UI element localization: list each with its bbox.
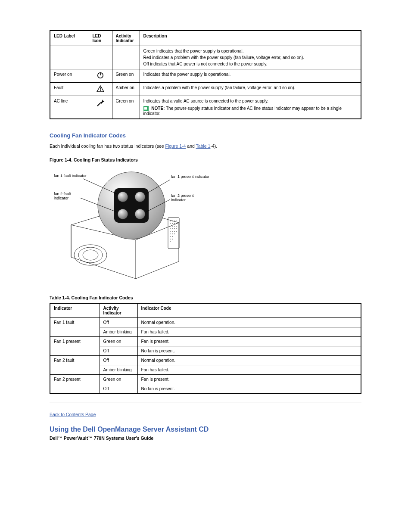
hdr-icon: LED Icon	[89, 31, 112, 46]
cell-activity: Amber on	[112, 83, 140, 96]
svg-point-18	[170, 221, 171, 221]
svg-text:fan 2 present: fan 2 present	[171, 193, 194, 198]
note-label: NOTE:	[151, 106, 165, 111]
note-row: NOTE: The power-supply status indicator …	[143, 106, 358, 116]
svg-point-15	[78, 247, 103, 263]
cell-label: Fault	[50, 83, 89, 96]
table-row: Fault Amber on Indicates a problem with …	[50, 83, 361, 96]
divider	[50, 402, 361, 402]
svg-point-33	[176, 228, 177, 229]
svg-point-50	[118, 209, 128, 219]
svg-point-19	[172, 221, 173, 221]
power-led-table: LED Label LED Icon Activity Indicator De…	[50, 30, 361, 119]
hdr-label: LED Label	[50, 31, 89, 46]
table-row: Power on Green on Indicates that the pow…	[50, 69, 361, 83]
cell-desc: Indicates a problem with the power suppl…	[140, 83, 361, 96]
svg-point-30	[170, 228, 171, 229]
svg-line-5	[97, 103, 101, 106]
svg-point-29	[176, 226, 177, 227]
svg-point-45	[170, 241, 171, 242]
svg-point-44	[172, 239, 173, 240]
svg-point-4	[100, 90, 101, 91]
svg-point-37	[176, 231, 177, 232]
hdr-activity: Activity Indicator	[112, 31, 140, 46]
svg-point-14	[74, 245, 107, 265]
back-link[interactable]: Back to Contents Page	[50, 412, 361, 417]
ac-plug-icon	[89, 96, 112, 119]
svg-point-39	[172, 233, 173, 234]
desc-line: Red indicates a problem with the power s…	[143, 55, 358, 60]
svg-point-31	[172, 228, 173, 229]
table-row: Fan 2 present Green on Fan is present.	[50, 375, 361, 384]
hdr-indicator: Indicator	[50, 303, 100, 318]
svg-point-42	[172, 236, 173, 237]
cell-label: AC line	[50, 96, 89, 119]
section-heading: Cooling Fan Indicator Codes	[50, 132, 361, 139]
cell-label: Power on	[50, 69, 89, 83]
hdr-code: Indicator Code	[137, 303, 361, 318]
svg-point-34	[170, 231, 171, 232]
svg-point-21	[176, 221, 177, 221]
svg-point-40	[174, 233, 175, 234]
note-text: The power-supply status indicator and th…	[143, 106, 342, 116]
svg-point-43	[170, 239, 171, 240]
cell-activity: Green on	[112, 69, 140, 83]
desc-line: Green indicates that the power supply is…	[143, 49, 358, 53]
table-row: AC line Green on Indicates that a valid …	[50, 96, 361, 119]
callout: fan 1 present indicator	[171, 174, 209, 179]
svg-point-48	[118, 192, 128, 202]
svg-point-32	[174, 228, 175, 229]
cell-desc: Indicates that the power supply is opera…	[140, 69, 361, 83]
page-subtitle: Dell™ PowerVault™ 770N Systems User's Gu…	[50, 435, 361, 442]
fan-figure: fan 2 fault indicator fan 2 present indi…	[50, 167, 218, 287]
callout: fan 1 fault indicator	[54, 174, 87, 178]
table-link[interactable]: Table 1	[196, 143, 211, 149]
svg-marker-6	[100, 101, 103, 104]
fan-indicator-table: Indicator Activity Indicator Indicator C…	[50, 303, 361, 394]
note-icon	[143, 106, 149, 111]
caution-icon	[89, 83, 112, 96]
figure-caption: Figure 1-4. Cooling Fan Status Indicator…	[50, 157, 361, 162]
svg-point-24	[174, 223, 175, 224]
callout-fan2-fault-line1: fan 2 fault	[54, 192, 71, 196]
svg-point-26	[170, 226, 171, 227]
cell-activity: Green on	[112, 96, 140, 119]
power-on-icon	[89, 69, 112, 83]
svg-line-7	[102, 100, 103, 101]
cell-desc: Indicates that a valid AC source is conn…	[143, 99, 358, 103]
callout-fan2-fault-line2: indicator	[54, 196, 68, 200]
hdr-activity: Activity Indicator	[100, 303, 137, 318]
svg-point-27	[172, 226, 173, 227]
svg-point-28	[174, 226, 175, 227]
svg-text:indicator: indicator	[171, 198, 186, 202]
svg-point-49	[135, 192, 145, 202]
table-row: Fan 2 fault Off Normal operation.	[50, 356, 361, 365]
table-row: Fan 1 present Green on Fan is present.	[50, 337, 361, 346]
figure-link[interactable]: Figure 1-4	[165, 143, 186, 149]
table-row: Fan 1 fault Off Normal operation.	[50, 318, 361, 327]
page-title: Using the Dell OpenManage Server Assista…	[50, 426, 361, 433]
table-row: Green indicates that the power supply is…	[50, 46, 361, 69]
svg-point-16	[83, 250, 98, 260]
table-caption: Table 1-4. Cooling Fan Indicator Codes	[50, 295, 361, 300]
svg-point-20	[174, 221, 175, 221]
svg-point-41	[170, 236, 171, 237]
svg-point-23	[172, 223, 173, 224]
svg-point-22	[170, 223, 171, 224]
svg-point-35	[172, 231, 173, 232]
svg-point-38	[170, 233, 171, 234]
svg-line-8	[103, 101, 104, 102]
svg-point-36	[174, 231, 175, 232]
svg-point-51	[135, 209, 145, 219]
hdr-desc: Description	[140, 31, 361, 46]
section-para: Each individual cooling fan has two stat…	[50, 143, 361, 149]
svg-point-25	[176, 223, 177, 224]
desc-line: Off indicates that AC power is not conne…	[143, 62, 358, 66]
